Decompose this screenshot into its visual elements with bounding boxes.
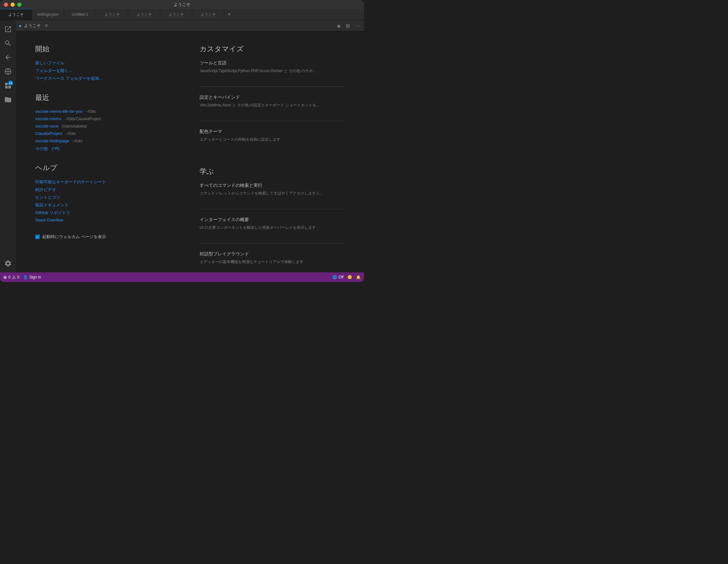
activity-search[interactable] <box>2 37 14 50</box>
activity-source-control-badge[interactable]: 11 <box>2 79 14 92</box>
tools-languages-section: ツールと言語 JavaScript,TypeScript,Python,PHP,… <box>200 60 345 87</box>
recent-item-4: vscode-findinpage ~/Gits <box>35 138 180 143</box>
new-tab-button[interactable]: + <box>224 9 234 20</box>
person-icon: 👤 <box>23 275 28 279</box>
editor-tab-close-button[interactable]: ✕ <box>45 23 48 28</box>
recent-path-1: ~/Gits/ClaudiaProject <box>65 117 101 121</box>
interface-overview-desc: UI の主要コンポーネントを解説した視覚オーバーレイを表示します <box>200 225 345 230</box>
tabbar-tab-6[interactable]: ようこそ <box>192 9 224 20</box>
recent-name-1[interactable]: vscode-memo <box>35 116 62 121</box>
error-icon: ⊗ <box>3 275 7 280</box>
status-bell[interactable]: 🔔 <box>356 275 361 279</box>
status-signin[interactable]: 👤 Sign in <box>23 275 41 279</box>
warning-count: 0 <box>17 275 20 279</box>
open-folder-link[interactable]: フォルダーを開く... <box>35 68 180 74</box>
recent-path-3: ~/Gits <box>66 131 76 136</box>
startup-checkbox-row: 起動時にウェルカム ページを表示 <box>35 234 180 240</box>
bell-icon: 🔔 <box>356 275 361 279</box>
color-theme-desc: エディターとコードの外観を自由に設定します <box>200 137 345 142</box>
welcome-content: 開始 新しいファイル フォルダーを開く... ワークスペース フォルダーを追加.… <box>16 31 364 272</box>
new-file-link[interactable]: 新しいファイル <box>35 60 180 66</box>
more-actions-icon[interactable]: ⋯ <box>354 22 361 29</box>
activity-settings[interactable] <box>2 257 14 270</box>
activity-source-control[interactable] <box>2 51 14 64</box>
smiley-icon: 🙂 <box>347 275 352 279</box>
recent-item-2: vscode-vsce /Users/satokaz <box>35 124 180 129</box>
close-button[interactable] <box>4 3 8 7</box>
command-palette-section: すべてのコマンドの検索と実行 コマンド パレットからコマンドを検索してすばやくア… <box>200 183 345 209</box>
editor-tab-title: ようこそ <box>24 23 41 29</box>
activity-extensions[interactable] <box>2 65 14 78</box>
tabbar-tab-1[interactable]: settings.json <box>32 9 64 20</box>
keybindings-title[interactable]: 設定とキーバインド <box>200 95 345 100</box>
svg-rect-5 <box>5 86 8 88</box>
activity-bar: 11 <box>0 20 16 272</box>
command-palette-title[interactable]: すべてのコマンドの検索と実行 <box>200 183 345 188</box>
intro-video-link[interactable]: 紹介ビデオ <box>35 187 180 193</box>
start-section: 開始 新しいファイル フォルダーを開く... ワークスペース フォルダーを追加.… <box>35 44 180 81</box>
status-remote[interactable]: 🌐 Off <box>332 275 343 279</box>
tabbar-tab-2[interactable]: Untitled-1 <box>64 9 96 20</box>
interactive-playground-section: 対話型プレイグラウンド エディターの基本機能を簡潔なチュートリアルで体験します <box>200 251 345 272</box>
start-heading: 開始 <box>35 44 180 54</box>
recent-path-4: ~/Gits <box>72 139 83 143</box>
recent-name-2[interactable]: vscode-vsce <box>35 124 58 129</box>
github-repo-link[interactable]: GitHub リポジトリ <box>35 210 180 216</box>
status-smiley[interactable]: 🙂 <box>347 275 352 279</box>
editor-area: ◂ ようこそ ✕ ◈ ⊞ ⋯ 開始 新しいファイル フォルダーを開く... ワー… <box>16 20 364 272</box>
tools-title[interactable]: ツールと言語 <box>200 60 345 66</box>
activity-folder[interactable] <box>2 93 14 106</box>
tabbar-tab-3[interactable]: ようこそ <box>96 9 128 20</box>
interface-overview-title[interactable]: インターフェイスの概要 <box>200 217 345 223</box>
stack-overflow-link[interactable]: Stack Overflow <box>35 218 180 222</box>
statusbar: ⊗ 0 ⚠ 0 👤 Sign in 🌐 Off 🙂 🔔 <box>0 272 364 282</box>
recent-section: 最近 vscode-memo-life-for-you ~/Gits vscod… <box>35 93 180 152</box>
editor-tab-actions: ◈ ⊞ ⋯ <box>335 22 361 29</box>
customize-heading: カスタマイズ <box>200 44 345 54</box>
recent-name-0[interactable]: vscode-memo-life-for-you <box>35 109 82 114</box>
window-title: ようこそ <box>174 2 190 7</box>
interactive-playground-title[interactable]: 対話型プレイグラウンド <box>200 251 345 257</box>
tools-desc: JavaScript,TypeScript,Python,PHP,Azure,D… <box>200 68 345 74</box>
traffic-lights <box>4 3 21 7</box>
add-workspace-link[interactable]: ワークスペース フォルダーを追加... <box>35 76 180 81</box>
recent-name-4[interactable]: vscode-findinpage <box>35 138 69 143</box>
svg-rect-3 <box>5 83 8 85</box>
learn-heading: 学ぶ <box>200 167 345 176</box>
tabbar-tab-0[interactable]: ようこそ <box>0 9 32 20</box>
maximize-button[interactable] <box>17 3 21 7</box>
more-recent-link[interactable]: その他 (^R) <box>35 146 180 152</box>
signin-label: Sign in <box>29 275 41 279</box>
tabbar: ようこそ settings.json Untitled-1 ようこそ ようこそ … <box>0 9 364 20</box>
startup-checkbox-label: 起動時にウェルカム ページを表示 <box>42 234 106 240</box>
startup-checkbox[interactable] <box>35 235 40 239</box>
recent-path-0: ~/Gits <box>86 109 96 114</box>
tips-tricks-link[interactable]: ヒントとコツ <box>35 195 180 200</box>
right-column: カスタマイズ ツールと言語 JavaScript,TypeScript,Pyth… <box>200 44 345 272</box>
color-theme-title[interactable]: 配色テーマ <box>200 129 345 135</box>
minimize-button[interactable] <box>11 3 15 7</box>
customize-section: カスタマイズ ツールと言語 JavaScript,TypeScript,Pyth… <box>200 44 345 155</box>
extensions-badge: 11 <box>8 80 13 86</box>
recent-heading: 最近 <box>35 93 180 103</box>
activity-explorer[interactable] <box>2 23 14 36</box>
split-editor-icon[interactable]: ◈ <box>335 22 342 29</box>
tabbar-tab-5[interactable]: ようこそ <box>160 9 192 20</box>
editor-tab-strip: ◂ ようこそ ✕ ◈ ⊞ ⋯ <box>16 20 364 31</box>
error-count: 0 <box>8 275 11 279</box>
layout-icon[interactable]: ⊞ <box>344 22 351 29</box>
keyboard-cheatsheet-link[interactable]: 印刷可能なキーボードのチートシート <box>35 179 180 185</box>
learn-section: 学ぶ すべてのコマンドの検索と実行 コマンド パレットからコマンドを検索してすば… <box>200 167 345 272</box>
tabbar-tab-4[interactable]: ようこそ <box>128 9 160 20</box>
recent-name-3[interactable]: ClaudiaProject <box>35 131 62 136</box>
product-docs-link[interactable]: 製品ドキュメント <box>35 202 180 208</box>
keybindings-desc: Vim,Sublime,Atom と その他 の設定とキーボード ショートカット… <box>200 102 345 108</box>
interactive-playground-desc: エディターの基本機能を簡潔なチュートリアルで体験します <box>200 259 345 265</box>
recent-item-0: vscode-memo-life-for-you ~/Gits <box>35 109 180 114</box>
status-errors[interactable]: ⊗ 0 ⚠ 0 <box>3 275 19 280</box>
off-label: Off <box>338 275 343 279</box>
remote-icon: 🌐 <box>332 275 337 279</box>
recent-path-2: /Users/satokaz <box>62 124 87 129</box>
interface-overview-section: インターフェイスの概要 UI の主要コンポーネントを解説した視覚オーバーレイを表… <box>200 217 345 244</box>
titlebar: ようこそ <box>0 0 364 9</box>
